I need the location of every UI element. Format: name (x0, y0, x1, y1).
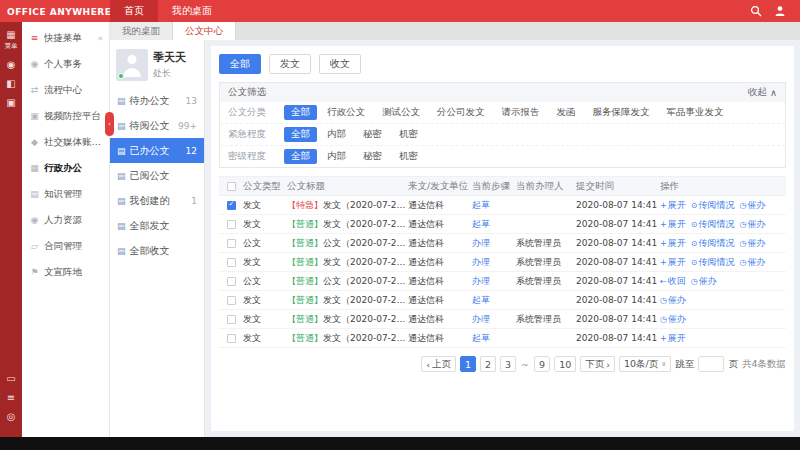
rail-item[interactable]: ▣ (6, 98, 15, 108)
filter-option[interactable]: 全部 (284, 149, 317, 164)
rail-item[interactable]: ◧ (6, 79, 15, 89)
filter-option[interactable]: 内部 (320, 127, 353, 142)
page-button[interactable]: 2 (480, 356, 496, 372)
row-checkbox[interactable] (227, 277, 236, 286)
sidebar-item[interactable]: ⇄流程中心 (22, 77, 109, 103)
page-button[interactable]: 1 (460, 356, 476, 372)
search-icon[interactable] (750, 5, 762, 17)
row-checkbox[interactable] (227, 201, 236, 210)
topbar-tab[interactable]: 我的桌面 (158, 0, 226, 22)
cell-doc-title[interactable]: 【普通】发文（2020-07-22 14:46:48） (287, 294, 408, 307)
workspace-tab[interactable]: 我的桌面 (110, 22, 173, 40)
cell-current-step[interactable]: 起草 (472, 218, 516, 231)
doc-nav-item[interactable]: ▤待阅公文99+ (110, 113, 204, 138)
action-eye[interactable]: ⊙传阅情况 (691, 199, 735, 212)
doc-nav-item[interactable]: ▤全部发文 (110, 213, 204, 238)
action-plus[interactable]: +展开 (660, 218, 686, 231)
rail-item[interactable]: ▦菜单 (5, 30, 18, 51)
page-size-select[interactable]: 10条/页∨ (619, 356, 671, 372)
row-checkbox[interactable] (227, 296, 236, 305)
rail-item[interactable]: ▭ (6, 374, 15, 384)
prev-page-button[interactable]: ‹上页 (421, 356, 456, 372)
collapse-arrows-icon[interactable]: « (97, 33, 103, 43)
action-plus[interactable]: +展开 (660, 199, 686, 212)
cell-doc-title[interactable]: 【普通】发文（2020-07-22 14:46:48） (287, 332, 408, 345)
rail-item[interactable]: ◎ (7, 412, 16, 422)
filter-option[interactable]: 服务保障发文 (586, 105, 657, 120)
row-checkbox[interactable] (227, 239, 236, 248)
sidebar-item[interactable]: ▣视频防控平台 (22, 103, 109, 129)
rail-item[interactable]: ≡ (7, 393, 15, 403)
doc-nav-item[interactable]: ▤我创建的1 (110, 188, 204, 213)
action-eye[interactable]: ⊙传阅情况 (691, 256, 735, 269)
cell-doc-title[interactable]: 【普通】公文（2020-07-22 14:46:48） (287, 275, 408, 288)
filter-option[interactable]: 发函 (550, 105, 583, 120)
filter-option[interactable]: 内部 (320, 149, 353, 164)
doc-nav-item[interactable]: ▤已办公文12 (110, 138, 204, 163)
topbar-tab[interactable]: 首页 (110, 0, 158, 22)
action-clock[interactable]: ◷催办 (691, 275, 717, 288)
sidebar-item[interactable]: ▱合同管理 (22, 233, 109, 259)
action-plus[interactable]: +展开 (660, 332, 686, 345)
action-plus[interactable]: +展开 (660, 256, 686, 269)
doc-nav-item[interactable]: ▤待办公文13 (110, 88, 204, 113)
cell-current-step[interactable]: 办理 (472, 275, 516, 288)
filter-option[interactable]: 全部 (284, 127, 317, 142)
sidebar-item[interactable]: ⚑文宣阵地 (22, 259, 109, 285)
filter-option[interactable]: 分公司发文 (430, 105, 492, 120)
action-clock[interactable]: ◷催办 (660, 313, 686, 326)
sidebar-item[interactable]: ◉个人事务 (22, 51, 109, 77)
cell-current-step[interactable]: 办理 (472, 256, 516, 269)
sidebar-item[interactable]: ◆社交媒体账号备... (22, 129, 109, 155)
filter-option[interactable]: 行政公文 (320, 105, 372, 120)
row-checkbox[interactable] (227, 315, 236, 324)
select-all-checkbox[interactable] (227, 182, 236, 191)
panel-collapse-handle[interactable]: ‹ (105, 112, 114, 136)
cell-current-step[interactable]: 办理 (472, 237, 516, 250)
action-clock[interactable]: ◷催办 (739, 256, 765, 269)
cell-doc-title[interactable]: 【普通】发文（2020-07-22 14:46:48） (287, 256, 408, 269)
cell-doc-title[interactable]: 【普通】发文（2020-07-22 14:46:48） (287, 218, 408, 231)
sidebar-item[interactable]: ≡快捷菜单« (22, 25, 109, 51)
row-checkbox[interactable] (227, 220, 236, 229)
doc-nav-item[interactable]: ▤已阅公文 (110, 163, 204, 188)
row-checkbox[interactable] (227, 334, 236, 343)
action-clock[interactable]: ◷催办 (660, 294, 686, 307)
filter-option[interactable]: 全部 (284, 105, 317, 120)
cell-doc-title[interactable]: 【普通】公文（2020-07-22 14:46:48） (287, 237, 408, 250)
cell-doc-title[interactable]: 【特急】发文（2020-07-22 14:46:48） (287, 199, 408, 212)
user-avatar-icon[interactable] (774, 5, 786, 17)
row-checkbox[interactable] (227, 258, 236, 267)
doc-type-filter-button[interactable]: 全部 (219, 54, 261, 74)
filter-collapse-button[interactable]: 收起 ∧ (748, 86, 777, 99)
page-button[interactable]: 3 (500, 356, 516, 372)
filter-option[interactable]: 军品事业发文 (660, 105, 731, 120)
cell-current-step[interactable]: 起草 (472, 294, 516, 307)
action-clock[interactable]: ◷催办 (739, 199, 765, 212)
filter-option[interactable]: 机密 (392, 149, 425, 164)
page-button[interactable]: 10 (554, 356, 576, 372)
cell-doc-title[interactable]: 【普通】发文（2020-07-22 14:46:48） (287, 313, 408, 326)
doc-type-filter-button[interactable]: 收文 (319, 54, 361, 74)
sidebar-item[interactable]: ◉人力资源 (22, 207, 109, 233)
cell-current-step[interactable]: 起草 (472, 199, 516, 212)
sidebar-item[interactable]: ▦行政办公 (22, 155, 109, 181)
action-plus[interactable]: +展开 (660, 237, 686, 250)
doc-nav-item[interactable]: ▤全部收文 (110, 238, 204, 263)
next-page-button[interactable]: 下页› (580, 356, 615, 372)
filter-option[interactable]: 秘密 (356, 149, 389, 164)
jump-page-input[interactable] (698, 356, 724, 372)
action-back[interactable]: ←收回 (660, 275, 686, 288)
rail-item[interactable]: ◉ (7, 60, 16, 70)
action-eye[interactable]: ⊙传阅情况 (691, 237, 735, 250)
filter-option[interactable]: 测试公文 (375, 105, 427, 120)
doc-type-filter-button[interactable]: 发文 (269, 54, 311, 74)
filter-option[interactable]: 请示报告 (495, 105, 547, 120)
workspace-tab[interactable]: 公文中心 (173, 22, 236, 40)
cell-current-step[interactable]: 办理 (472, 313, 516, 326)
page-button[interactable]: 9 (534, 356, 550, 372)
filter-option[interactable]: 机密 (392, 127, 425, 142)
action-clock[interactable]: ◷催办 (739, 218, 765, 231)
filter-option[interactable]: 秘密 (356, 127, 389, 142)
action-eye[interactable]: ⊙传阅情况 (691, 218, 735, 231)
